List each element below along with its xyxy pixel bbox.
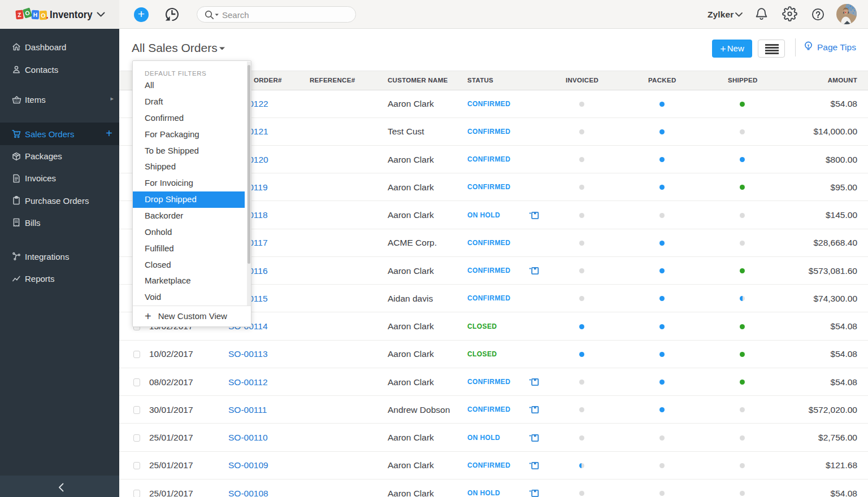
svg-text:Inventory: Inventory (50, 8, 93, 20)
